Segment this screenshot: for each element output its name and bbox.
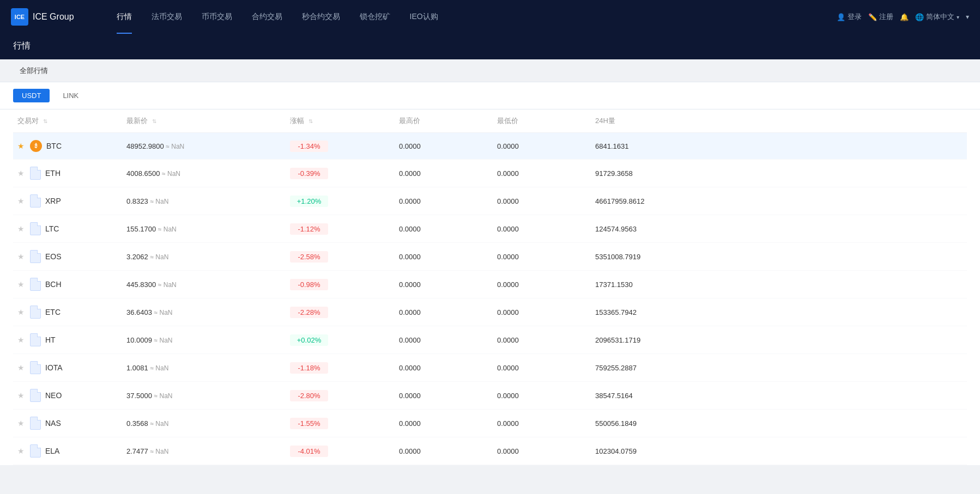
currency-tab-usdt[interactable]: USDT <box>13 89 50 102</box>
table-row[interactable]: ★ HT 10.0009 ≈ NaN +0.02% 0.0000 0.0000 … <box>13 326 967 354</box>
low-cell: 0.0000 <box>493 215 591 243</box>
pair-cell: ★ ₿ BTC <box>13 133 122 160</box>
low-cell: 0.0000 <box>493 243 591 271</box>
star-icon[interactable]: ★ <box>17 447 25 455</box>
table-row[interactable]: ★ ETC 36.6403 ≈ NaN -2.28% 0.0000 0.0000… <box>13 298 967 326</box>
volume-cell: 6841.1631 <box>591 133 967 160</box>
star-icon[interactable]: ★ <box>17 224 25 233</box>
login-button[interactable]: 👤 登录 <box>837 12 862 22</box>
edit-icon: ✏️ <box>868 13 877 21</box>
star-icon[interactable]: ★ <box>17 197 25 205</box>
star-icon[interactable]: ★ <box>17 336 25 344</box>
table-row[interactable]: ★ ELA 2.7477 ≈ NaN -4.01% 0.0000 0.0000 … <box>13 437 967 465</box>
dropdown-icon[interactable]: ▾ <box>966 13 969 21</box>
price-cell: 4008.6500 ≈ NaN <box>122 160 286 187</box>
star-icon[interactable]: ★ <box>17 419 25 428</box>
nav-item-mining[interactable]: 锁仓挖矿 <box>350 0 400 34</box>
star-icon[interactable]: ★ <box>17 308 25 316</box>
pair-name[interactable]: ELA <box>45 447 59 455</box>
nav-right: 👤 登录 ✏️ 注册 🔔 🌐 简体中文 ▾ ▾ <box>837 12 969 22</box>
star-icon[interactable]: ★ <box>17 280 25 289</box>
price-cell: 155.1700 ≈ NaN <box>122 215 286 243</box>
price-nan: ≈ NaN <box>158 281 177 289</box>
volume-cell: 550056.1849 <box>591 410 967 437</box>
language-selector[interactable]: 🌐 简体中文 ▾ <box>915 12 959 22</box>
pair-cell: ★ ELA <box>13 437 122 465</box>
price-cell: 36.6403 ≈ NaN <box>122 298 286 326</box>
logo[interactable]: ICE ICE Group <box>11 8 74 26</box>
tab-all-market[interactable]: 全部行情 <box>13 59 55 82</box>
pair-name[interactable]: ETH <box>45 169 61 178</box>
nav-item-ieo[interactable]: IEO认购 <box>400 0 448 34</box>
high-cell: 0.0000 <box>395 326 493 354</box>
low-cell: 0.0000 <box>493 326 591 354</box>
volume-cell: 91729.3658 <box>591 160 967 187</box>
price-nan: ≈ NaN <box>150 448 168 455</box>
change-badge: +1.20% <box>290 196 328 207</box>
table-row[interactable]: ★ EOS 3.2062 ≈ NaN -2.58% 0.0000 0.0000 … <box>13 243 967 271</box>
pair-name[interactable]: NAS <box>45 419 61 428</box>
star-icon[interactable]: ★ <box>17 391 25 400</box>
header-pair[interactable]: 交易对 ⇅ <box>13 109 122 133</box>
nav-item-fiat[interactable]: 法币交易 <box>142 0 192 34</box>
pair-name[interactable]: BCH <box>45 280 62 289</box>
pair-name[interactable]: HT <box>45 336 56 344</box>
price-cell: 3.2062 ≈ NaN <box>122 243 286 271</box>
nav-item-second-contract[interactable]: 秒合约交易 <box>292 0 350 34</box>
coin-doc-icon <box>30 389 41 402</box>
table-row[interactable]: ★ ETH 4008.6500 ≈ NaN -0.39% 0.0000 0.00… <box>13 160 967 187</box>
low-cell: 0.0000 <box>493 354 591 382</box>
coin-doc-icon <box>30 167 41 180</box>
price-nan: ≈ NaN <box>154 337 173 344</box>
coin-doc-icon <box>30 417 41 430</box>
page-title: 行情 <box>13 41 31 50</box>
low-cell: 0.0000 <box>493 410 591 437</box>
header-price[interactable]: 最新价 ⇅ <box>122 109 286 133</box>
volume-cell: 759255.2887 <box>591 354 967 382</box>
table-row[interactable]: ★ NAS 0.3568 ≈ NaN -1.55% 0.0000 0.0000 … <box>13 410 967 437</box>
change-cell: -2.28% <box>286 298 395 326</box>
change-badge: -2.80% <box>290 390 328 401</box>
volume-cell: 46617959.8612 <box>591 187 967 215</box>
pair-cell: ★ ETC <box>13 298 122 326</box>
volume-cell: 17371.1530 <box>591 271 967 298</box>
nav-item-market[interactable]: 行情 <box>107 0 142 34</box>
star-icon[interactable]: ★ <box>17 363 25 372</box>
price-nan: ≈ NaN <box>162 170 180 178</box>
star-icon[interactable]: ★ <box>17 252 25 261</box>
low-cell: 0.0000 <box>493 187 591 215</box>
chevron-down-icon: ▾ <box>957 14 959 20</box>
table-row[interactable]: ★ LTC 155.1700 ≈ NaN -1.12% 0.0000 0.000… <box>13 215 967 243</box>
sound-button[interactable]: 🔔 <box>900 13 909 21</box>
register-button[interactable]: ✏️ 注册 <box>868 12 893 22</box>
coin-doc-icon <box>30 194 41 208</box>
table-row[interactable]: ★ BCH 445.8300 ≈ NaN -0.98% 0.0000 0.000… <box>13 271 967 298</box>
pair-name[interactable]: NEO <box>45 391 62 400</box>
price-cell: 37.5000 ≈ NaN <box>122 382 286 410</box>
btc-icon: ₿ <box>30 140 42 152</box>
price-nan: ≈ NaN <box>154 309 173 316</box>
coin-doc-icon <box>30 444 41 458</box>
currency-tab-link[interactable]: LINK <box>54 89 87 102</box>
table-header: 交易对 ⇅ 最新价 ⇅ 涨幅 ⇅ 最高价 最低价 24H量 <box>13 109 967 133</box>
table-row[interactable]: ★ NEO 37.5000 ≈ NaN -2.80% 0.0000 0.0000… <box>13 382 967 410</box>
pair-cell: ★ ETH <box>13 160 122 187</box>
table-row[interactable]: ★ ₿ BTC 48952.9800 ≈ NaN -1.34% 0.0000 0… <box>13 133 967 160</box>
pair-name[interactable]: LTC <box>45 224 59 233</box>
pair-name[interactable]: BTC <box>46 142 62 150</box>
pair-name[interactable]: IOTA <box>45 363 63 372</box>
pair-name[interactable]: XRP <box>45 197 61 205</box>
nav-item-contract[interactable]: 合约交易 <box>242 0 292 34</box>
high-cell: 0.0000 <box>395 160 493 187</box>
pair-name[interactable]: EOS <box>45 252 62 261</box>
high-cell: 0.0000 <box>395 298 493 326</box>
pair-name[interactable]: ETC <box>45 308 61 316</box>
low-cell: 0.0000 <box>493 437 591 465</box>
star-icon[interactable]: ★ <box>17 169 25 178</box>
globe-icon: 🌐 <box>915 13 924 21</box>
table-row[interactable]: ★ IOTA 1.0081 ≈ NaN -1.18% 0.0000 0.0000… <box>13 354 967 382</box>
nav-item-coin[interactable]: 币币交易 <box>192 0 242 34</box>
header-change[interactable]: 涨幅 ⇅ <box>286 109 395 133</box>
table-row[interactable]: ★ XRP 0.8323 ≈ NaN +1.20% 0.0000 0.0000 … <box>13 187 967 215</box>
star-icon[interactable]: ★ <box>17 142 25 150</box>
